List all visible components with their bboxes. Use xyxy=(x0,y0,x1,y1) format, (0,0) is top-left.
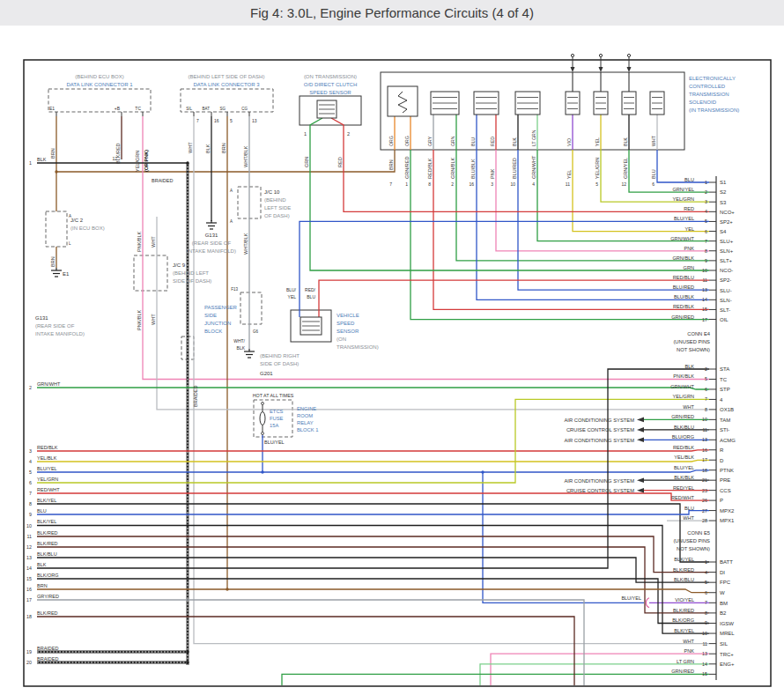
diagram-label: WHT/ xyxy=(233,338,245,344)
diagram-label: 11 xyxy=(566,181,570,187)
row-number: 16 xyxy=(26,587,32,592)
diagram-label: (BEHIND RIGHT xyxy=(260,353,300,359)
pin-name: OIL xyxy=(720,317,729,322)
pin-name: SP2- xyxy=(720,277,731,283)
pin-name: W xyxy=(720,590,725,595)
diagram-label: YEL/GRN xyxy=(135,151,140,172)
system-ref-label: AIR CONDITIONING SYSTEM xyxy=(564,438,634,443)
pin-number: 26 xyxy=(702,498,707,503)
pin-name: ENG+ xyxy=(720,662,735,667)
pin-number: 13 xyxy=(702,287,707,292)
row-wire-label: YEL/BLK xyxy=(37,455,57,461)
diagram-label: 16 xyxy=(214,118,219,123)
diagram-label: BLU xyxy=(307,294,315,299)
pin-number: 8 xyxy=(705,407,707,412)
diagram-label: 5 xyxy=(230,118,233,123)
conn-note: (UNUSED PINS xyxy=(673,339,710,344)
solenoid-ground-terminal xyxy=(627,54,630,56)
system-ref-label: CRUISE CONTROL SYSTEM xyxy=(566,488,634,493)
diagram-label: G131 xyxy=(35,315,48,321)
pin-number: 17 xyxy=(702,317,707,322)
diagram-label: BLU/RED xyxy=(512,158,517,179)
pin-name: STP xyxy=(720,387,730,392)
diagram-label: (BEHIND ECU BOX) xyxy=(75,74,123,79)
pin-wire-label: GRN/YEL xyxy=(672,187,694,192)
diagram-label: (BEHIND LEFT xyxy=(173,270,209,276)
pin-number: 4 xyxy=(705,209,707,214)
diagram-label: LEFT SIDE xyxy=(264,205,291,211)
diagram-label: 7 xyxy=(196,118,199,123)
pin-name: S3 xyxy=(720,200,727,205)
system-ref-label: CRUISE CONTROL SYSTEM xyxy=(566,427,634,433)
diagram-label: 15A xyxy=(270,423,278,428)
pin-wire-label: WHT xyxy=(683,515,694,521)
pin-number: 6 xyxy=(705,387,707,392)
pin-name: SLU+ xyxy=(720,239,734,244)
diagram-label: RED/ xyxy=(305,287,316,292)
solenoid-ground-terminal xyxy=(599,54,602,56)
pin-wire-label: PNK xyxy=(684,246,694,251)
diagram-label: PNK/BLK xyxy=(137,231,142,252)
row-number: 1 xyxy=(29,160,32,166)
diagram-label: 2 xyxy=(451,181,454,187)
diagram-label: ETCS xyxy=(270,409,284,414)
diagram-label: CONTROLLED xyxy=(689,84,726,89)
pin-name: P xyxy=(720,498,723,503)
pin-number: 16 xyxy=(702,447,707,453)
pin-name: SLT- xyxy=(720,307,730,313)
row-wire-label: GRY/RED xyxy=(37,594,59,599)
pin-number: 9 xyxy=(705,620,707,625)
conn-note: NOT SHOWN) xyxy=(677,347,710,352)
row-number: 4 xyxy=(29,459,32,464)
diagram-label: RED xyxy=(337,157,343,167)
diagram-label: (REAR SIDE OF xyxy=(192,240,232,246)
diagram-label: 10 xyxy=(510,181,515,187)
pin-number: 2 xyxy=(705,366,707,372)
pin-wire-label: BLU/YEL xyxy=(674,216,694,221)
row-wire-label: BLK/YEL xyxy=(37,519,56,524)
diagram-label: 8 xyxy=(428,181,431,187)
diagram-label: GRN xyxy=(450,136,455,146)
diagram-label: WHT/BLK xyxy=(243,233,248,255)
diagram-label: RELAY xyxy=(297,420,314,425)
pin-name: MPX2 xyxy=(720,508,735,514)
diagram-label: GRN/BLK xyxy=(450,158,455,179)
pin-name: CCS xyxy=(720,488,731,493)
pin-number: 4 xyxy=(705,570,707,575)
row-wire-label: BRAIDED xyxy=(37,656,58,662)
diagram-label: A xyxy=(230,189,233,193)
diagram-label: BLK xyxy=(237,345,246,351)
pin-number: 6 xyxy=(705,590,707,595)
row-wire-label: BLK/YEL xyxy=(37,498,56,503)
pin-number: 1 xyxy=(705,559,707,565)
pin-name: PRE xyxy=(720,477,730,483)
row-number: 17 xyxy=(26,597,32,603)
diagram-label: (OR PNK) xyxy=(144,150,149,172)
row-number: 13 xyxy=(26,555,32,560)
pin-name: S1 xyxy=(720,180,727,185)
row-number: 11 xyxy=(27,534,33,539)
pin-number: 3 xyxy=(705,199,707,204)
row-number: 6 xyxy=(29,480,32,485)
pin-number: 7 xyxy=(705,396,707,402)
row-number: 18 xyxy=(26,614,32,619)
pin-name: SIL xyxy=(720,641,729,647)
pin-wire-label: BLK/RED xyxy=(673,608,694,613)
pin-number: 14 xyxy=(702,297,707,302)
diagram-label: 12 xyxy=(621,181,626,187)
diagram-label: E1 xyxy=(63,271,70,277)
diagram-label: 12 xyxy=(112,156,117,161)
pin-wire-label: RED/BLK xyxy=(673,445,694,450)
pin-wire-label: RED xyxy=(684,206,694,211)
diagram-label: (ON TRANSMISSION) xyxy=(304,74,357,79)
junction-node xyxy=(186,650,189,653)
diagram-label: BLU/BLK xyxy=(470,159,476,179)
pin-name: OX1B xyxy=(720,407,734,412)
diagram-label: PNK/BLK xyxy=(137,309,142,330)
row-wire-label: BLK/RED xyxy=(37,530,58,536)
row-wire-label: BLK/BLU xyxy=(37,551,57,557)
pin-number: 18 xyxy=(702,468,707,473)
row-number: 15 xyxy=(26,576,32,581)
row-number: 8 xyxy=(29,501,32,506)
diagram-label: BLU/YEL xyxy=(264,440,285,445)
